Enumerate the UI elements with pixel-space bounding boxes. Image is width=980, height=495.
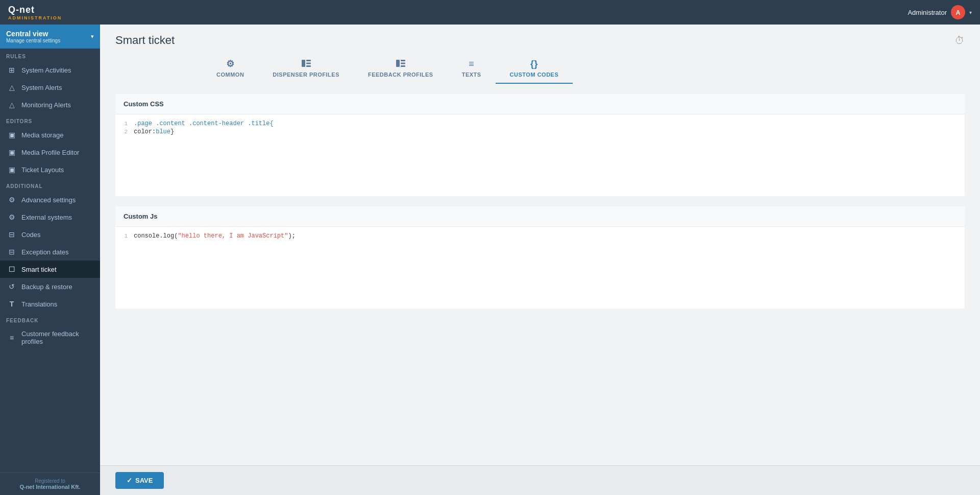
gear-icon: ⚙	[7, 213, 16, 221]
sidebar-item-label: Ticket Layouts	[21, 166, 64, 174]
sidebar-footer: Registered to Q-net International Kft.	[0, 473, 100, 495]
sidebar-item-label: External systems	[21, 214, 72, 221]
texts-icon: ≡	[469, 59, 474, 69]
sidebar-item-label: Codes	[21, 231, 41, 239]
central-view-subtitle: Manage central settings	[6, 38, 60, 43]
tab-common[interactable]: ⚙ COMMON	[202, 53, 258, 84]
sidebar-item-ticket-layouts[interactable]: ▣ Ticket Layouts	[0, 161, 100, 178]
sidebar-item-monitoring-alerts[interactable]: △ Monitoring Alerts	[0, 96, 100, 113]
topbar: Q-net ADMINISTRATION Administrator A ▾	[0, 0, 980, 25]
custom-css-editor[interactable]: 1 .page .content .content-header .title{…	[115, 114, 965, 196]
main-content: Smart ticket ⏱ ⚙ COMMON DISPENSER PROFIL…	[100, 25, 980, 495]
translate-icon: T	[7, 300, 16, 308]
gear-icon: ⚙	[226, 58, 235, 69]
sidebar-item-label: Customer feedback profiles	[21, 330, 93, 345]
sidebar-item-label: System Alerts	[21, 84, 62, 91]
svg-rect-5	[401, 60, 405, 61]
alert-icon: △	[7, 83, 16, 91]
sidebar-item-media-profile-editor[interactable]: ▣ Media Profile Editor	[0, 144, 100, 161]
svg-rect-7	[401, 65, 405, 67]
check-icon: ✓	[127, 477, 132, 484]
sidebar-item-label: Monitoring Alerts	[21, 101, 71, 109]
code-line: 1 console.log("hello there, I am JavaScr…	[115, 232, 965, 240]
registered-to-label: Registered to	[6, 478, 94, 484]
sidebar-item-system-activities[interactable]: ⊞ System Activities	[0, 61, 100, 79]
sidebar: Central view Manage central settings ▾ R…	[0, 25, 100, 495]
alert-icon: △	[7, 101, 16, 109]
sidebar-item-label: Translations	[21, 300, 57, 308]
code-line: 1 .page .content .content-header .title{	[115, 120, 965, 128]
svg-rect-1	[306, 60, 311, 61]
sidebar-item-label: Backup & restore	[21, 283, 72, 291]
chevron-down-icon: ▾	[969, 10, 972, 15]
logo-sub: ADMINISTRATION	[8, 15, 62, 20]
logo: Q-net ADMINISTRATION	[8, 5, 62, 20]
footer-bar: ✓ SAVE	[100, 465, 980, 495]
tab-texts[interactable]: ≡ TEXTS	[448, 54, 496, 84]
user-name: Administrator	[908, 9, 947, 16]
sidebar-section-rules: RULES	[0, 49, 100, 61]
sidebar-item-smart-ticket[interactable]: ☐ Smart ticket	[0, 261, 100, 278]
tab-feedback-profiles[interactable]: FEEDBACK PROFILES	[354, 54, 448, 84]
feedback-icon: ≡	[7, 334, 16, 342]
sidebar-section-additional: ADDITIONAL	[0, 178, 100, 191]
layout: Central view Manage central settings ▾ R…	[0, 25, 980, 495]
custom-css-header: Custom CSS	[115, 94, 965, 114]
central-view-title: Central view	[6, 30, 60, 38]
chevron-down-icon: ▾	[91, 33, 94, 40]
avatar: A	[951, 5, 965, 19]
custom-js-editor[interactable]: 1 console.log("hello there, I am JavaScr…	[115, 227, 965, 309]
sidebar-item-label: Media Profile Editor	[21, 149, 79, 156]
sidebar-item-label: Exception dates	[21, 248, 69, 256]
sidebar-item-exception-dates[interactable]: ⊟ Exception dates	[0, 243, 100, 261]
dispenser-icon	[302, 59, 311, 69]
content-area: Custom CSS 1 .page .content .content-hea…	[100, 84, 980, 465]
central-view-button[interactable]: Central view Manage central settings ▾	[0, 25, 100, 49]
svg-rect-6	[401, 63, 405, 64]
sidebar-item-codes[interactable]: ⊟ Codes	[0, 226, 100, 243]
tab-custom-codes[interactable]: {} CUSTOM CODES	[496, 54, 573, 84]
gear-icon: ⚙	[7, 196, 16, 204]
tab-label: DISPENSER PROFILES	[273, 72, 339, 78]
sidebar-item-advanced-settings[interactable]: ⚙ Advanced settings	[0, 191, 100, 208]
custom-css-section: Custom CSS 1 .page .content .content-hea…	[115, 94, 965, 196]
tabs-bar: ⚙ COMMON DISPENSER PROFILES FEEDBACK PRO…	[100, 53, 980, 84]
sidebar-item-external-systems[interactable]: ⚙ External systems	[0, 208, 100, 226]
sidebar-section-editors: EDITORS	[0, 113, 100, 126]
tab-label: CUSTOM CODES	[510, 72, 559, 78]
image-icon: ▣	[7, 148, 16, 156]
code-icon: {}	[530, 59, 538, 69]
sidebar-item-translations[interactable]: T Translations	[0, 295, 100, 313]
custom-js-section: Custom Js 1 console.log("hello there, I …	[115, 206, 965, 309]
svg-rect-4	[396, 60, 400, 67]
main-header: Smart ticket ⏱	[100, 25, 980, 53]
sidebar-item-label: Media storage	[21, 131, 63, 139]
sidebar-item-backup-restore[interactable]: ↺ Backup & restore	[0, 278, 100, 295]
save-label: SAVE	[135, 477, 153, 484]
image-icon: ▣	[7, 131, 16, 139]
grid-icon: ⊞	[7, 66, 16, 74]
backup-icon: ↺	[7, 282, 16, 291]
save-button[interactable]: ✓ SAVE	[115, 472, 164, 489]
sidebar-item-label: Advanced settings	[21, 196, 76, 204]
user-menu[interactable]: Administrator A ▾	[908, 5, 972, 19]
custom-js-header: Custom Js	[115, 206, 965, 227]
sidebar-item-label: System Activities	[21, 66, 71, 74]
svg-rect-0	[302, 60, 305, 67]
sidebar-item-customer-feedback[interactable]: ≡ Customer feedback profiles	[0, 325, 100, 350]
codes-icon: ⊟	[7, 230, 16, 239]
page-title: Smart ticket	[115, 34, 175, 47]
tab-label: TEXTS	[462, 72, 481, 78]
svg-rect-3	[306, 65, 311, 67]
ticket-icon: ☐	[7, 265, 16, 273]
company-name: Q-net International Kft.	[6, 484, 94, 490]
tab-dispenser-profiles[interactable]: DISPENSER PROFILES	[258, 54, 354, 84]
tab-label: COMMON	[216, 72, 244, 78]
sidebar-item-media-storage[interactable]: ▣ Media storage	[0, 126, 100, 144]
tab-label: FEEDBACK PROFILES	[368, 72, 433, 78]
calendar-icon: ⊟	[7, 248, 16, 256]
layout-icon: ▣	[7, 166, 16, 174]
history-icon[interactable]: ⏱	[954, 35, 965, 46]
logo-text: Q-net	[8, 5, 62, 15]
sidebar-item-system-alerts[interactable]: △ System Alerts	[0, 79, 100, 96]
